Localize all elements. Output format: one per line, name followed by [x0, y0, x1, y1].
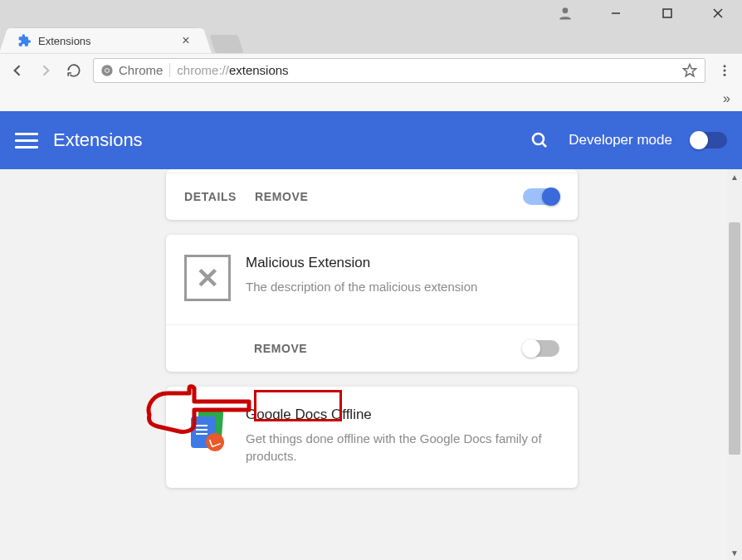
extension-enable-toggle[interactable]: [523, 340, 559, 357]
extension-title: Google Docs Offline: [246, 407, 559, 423]
extensions-header: Extensions Developer mode: [0, 111, 742, 169]
hamburger-menu-button[interactable]: [15, 129, 38, 152]
extension-card-footer: DETAILS REMOVE: [166, 173, 578, 220]
svg-rect-2: [663, 9, 671, 17]
extension-card-footer: REMOVE: [166, 324, 578, 372]
account-icon[interactable]: [548, 5, 583, 22]
scroll-up-button[interactable]: ▲: [727, 169, 742, 184]
extension-card: DETAILS REMOVE: [166, 169, 578, 220]
extension-placeholder-icon: ✕: [184, 255, 231, 301]
extension-enable-toggle[interactable]: [523, 188, 559, 205]
back-button[interactable]: [8, 61, 27, 80]
forward-button: [37, 61, 55, 80]
security-chip: Chrome: [100, 63, 170, 77]
extension-card: Google Docs Offline Get things done offl…: [166, 387, 578, 488]
bookmark-star-icon[interactable]: [681, 62, 698, 79]
tab-extensions[interactable]: Extensions ×: [10, 28, 201, 53]
puzzle-icon: [18, 34, 32, 47]
close-tab-button[interactable]: ×: [179, 34, 193, 47]
svg-point-12: [533, 134, 544, 144]
extension-description: Get things done offline with the Google …: [246, 430, 559, 465]
maximize-button[interactable]: [650, 0, 685, 27]
extension-card: ✕ Malicious Extension The description of…: [166, 235, 578, 372]
window-titlebar: [0, 0, 742, 27]
svg-point-10: [724, 69, 726, 71]
minimize-button[interactable]: [599, 0, 634, 27]
svg-point-0: [562, 7, 568, 13]
chrome-chip-label: Chrome: [119, 63, 163, 77]
browser-menu-button[interactable]: [715, 61, 734, 80]
extension-description: The description of the malicious extensi…: [246, 278, 477, 295]
tab-title: Extensions: [38, 35, 91, 47]
google-docs-offline-icon: [184, 407, 231, 453]
new-tab-button[interactable]: [209, 35, 243, 53]
page-title: Extensions: [53, 129, 143, 151]
overflow-chevron-icon[interactable]: »: [723, 91, 730, 106]
details-button[interactable]: DETAILS: [184, 190, 237, 203]
toolbar-overflow-row: »: [0, 86, 742, 111]
extensions-viewport: DETAILS REMOVE ✕ Malicious Extension The…: [0, 169, 742, 560]
reload-button[interactable]: [65, 61, 83, 80]
close-window-button[interactable]: [701, 0, 736, 27]
search-icon[interactable]: [529, 129, 550, 151]
svg-marker-8: [684, 64, 696, 75]
scrollbar[interactable]: ▲ ▼: [727, 169, 742, 560]
chrome-icon: [100, 64, 114, 77]
developer-mode-label: Developer mode: [569, 132, 672, 149]
svg-point-9: [724, 65, 726, 67]
address-bar[interactable]: Chrome chrome://extensions: [93, 58, 705, 83]
svg-line-13: [542, 143, 546, 147]
remove-button[interactable]: REMOVE: [255, 190, 308, 203]
svg-point-11: [724, 73, 726, 75]
tab-strip: Extensions ×: [0, 27, 742, 53]
remove-button[interactable]: REMOVE: [254, 342, 307, 355]
scroll-thumb[interactable]: [729, 222, 740, 455]
svg-point-7: [105, 69, 109, 72]
extension-title: Malicious Extension: [246, 255, 477, 271]
developer-mode-toggle[interactable]: [691, 132, 727, 149]
extension-cards: DETAILS REMOVE ✕ Malicious Extension The…: [166, 169, 578, 503]
scroll-down-button[interactable]: ▼: [727, 545, 742, 560]
url-text: chrome://extensions: [177, 63, 288, 77]
browser-toolbar: Chrome chrome://extensions: [0, 53, 742, 86]
